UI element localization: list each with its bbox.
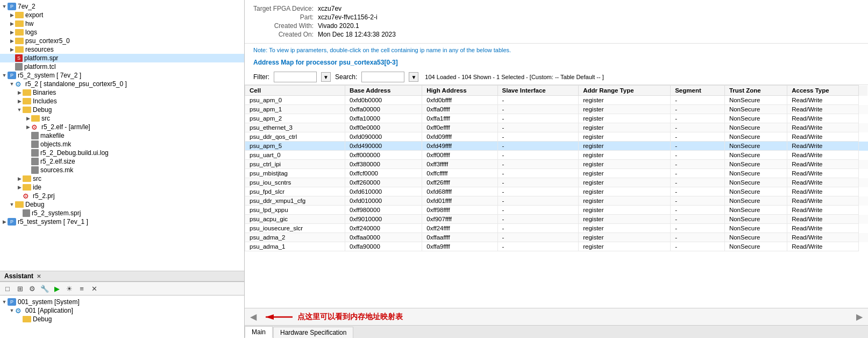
- tree-item-export[interactable]: ▶ export: [0, 11, 244, 19]
- tree-item-r5-2-prj[interactable]: ⚙ r5_2.prj: [0, 192, 244, 200]
- tree-arrow[interactable]: ▼: [9, 81, 15, 87]
- tree-item-includes[interactable]: ▶ Includes: [0, 97, 244, 105]
- table-row[interactable]: psu_mbistjtag0xffcf00000xffcfffff-regist…: [245, 169, 868, 178]
- tree-item-platform-tcl[interactable]: platform.tcl: [0, 62, 244, 71]
- tree-item-platform-spr[interactable]: S platform.spr: [0, 54, 244, 62]
- tab-hardware-spec[interactable]: Hardware Specification: [273, 327, 353, 338]
- table-row[interactable]: psu_apm_10xffa000000xffa0ffff-register-N…: [245, 105, 868, 114]
- table-row[interactable]: psu_iousecure_slcr0xff2400000xff24ffff-r…: [245, 224, 868, 233]
- tree-item-sources-mk[interactable]: sources.mk: [0, 166, 244, 174]
- tree-item-r5-test[interactable]: ▶ P r5_test_system [ 7ev_1 ]: [0, 217, 244, 226]
- tree-item-label: src: [33, 175, 41, 182]
- tree-item-debug-bottom[interactable]: Debug: [0, 315, 244, 323]
- tree-item-debug-log[interactable]: r5_2_Debug.build.ui.log: [0, 149, 244, 157]
- table-cell: -: [671, 215, 725, 224]
- table-cell: -: [671, 178, 725, 187]
- tree-arrow[interactable]: ▼: [1, 73, 8, 78]
- table-row[interactable]: psu_uart_00xff0000000xff00ffff-register-…: [245, 151, 868, 160]
- tree-item-logs[interactable]: ▶ logs: [0, 28, 244, 37]
- toolbar-btn-2[interactable]: ⊞: [15, 283, 25, 294]
- table-row[interactable]: psu_apm_20xffa100000xffa1ffff-register-N…: [245, 114, 868, 123]
- table-cell: -: [497, 224, 579, 233]
- tree-arrow[interactable]: ▶: [9, 30, 15, 35]
- tree-arrow[interactable]: ▶: [16, 185, 23, 190]
- tree-item-objects-mk[interactable]: objects.mk: [0, 140, 244, 149]
- tree-arrow[interactable]: ▶: [16, 176, 23, 181]
- table-row[interactable]: psu_ddr_qos_ctrl0xfd0900000xfd09ffff-reg…: [245, 132, 868, 142]
- tree-arrow[interactable]: ▼: [1, 299, 8, 305]
- search-input[interactable]: [361, 72, 404, 82]
- tree-arrow[interactable]: ▼: [16, 107, 23, 112]
- tree-item-001system[interactable]: ▼ P 001_system [System]: [0, 298, 244, 306]
- folder-icon: [23, 107, 31, 113]
- toolbar-btn-4[interactable]: 🔧: [39, 283, 50, 294]
- table-row[interactable]: psu_ddr_xmpu1_cfg0xfd0100000xfd01ffff-re…: [245, 196, 868, 206]
- tree-item-binaries[interactable]: ▶ Binaries: [0, 88, 244, 97]
- tree-item-debug-level1[interactable]: ▼ Debug: [0, 200, 244, 209]
- tab-main[interactable]: Main: [245, 326, 273, 338]
- toolbar-btn-8[interactable]: ✕: [89, 283, 99, 294]
- tree-item-7ev2[interactable]: ▼ P 7ev_2: [0, 2, 244, 11]
- table-row[interactable]: psu_adma_10xffa900000xffa9ffff-register-…: [245, 242, 868, 251]
- tree-arrow[interactable]: ▶: [9, 21, 15, 26]
- tree-arrow[interactable]: ▶: [9, 47, 15, 52]
- table-cell: 0xfd09ffff: [422, 132, 497, 142]
- tree-item-src-r5[interactable]: ▶ src: [0, 174, 244, 183]
- tree-item-sprj[interactable]: r5_2_system.sprj: [0, 209, 244, 217]
- table-row[interactable]: psu_acpu_gic0xf90100000xf907ffff-registe…: [245, 215, 868, 224]
- tree-arrow[interactable]: ▶: [16, 90, 23, 95]
- toolbar-btn-7[interactable]: ≡: [76, 283, 87, 294]
- filter-input[interactable]: [274, 72, 317, 82]
- table-row[interactable]: psu_ethernet_30xff0e00000xff0effff-regis…: [245, 123, 868, 132]
- search-button[interactable]: ▼: [409, 72, 418, 82]
- tree-item-elf-size[interactable]: r5_2.elf.size: [0, 157, 244, 166]
- table-row[interactable]: psu_lpd_xppu0xff9800000xff98ffff-registe…: [245, 206, 868, 215]
- tree-arrow[interactable]: ▼: [1, 4, 8, 9]
- tree-item-hw[interactable]: ▶ hw: [0, 19, 244, 28]
- tree-item-psu-cortexr5[interactable]: ▶ psu_cortexr5_0: [0, 37, 244, 45]
- tree-item-debug-main[interactable]: ▼ Debug: [0, 105, 244, 114]
- nav-right-button[interactable]: ▶: [855, 313, 864, 321]
- tree-item-r5-2[interactable]: ▼ ⚙ r5_2 [ standalone_psu_cortexr5_0 ]: [0, 80, 244, 88]
- table-row[interactable]: psu_fpd_slcr0xfd6100000xfd68ffff-registe…: [245, 187, 868, 196]
- tree-arrow[interactable]: ▶: [25, 124, 31, 130]
- tree-item-resources[interactable]: ▶ resources: [0, 45, 244, 54]
- tree-item-r5-2-system[interactable]: ▼ P r5_2_system [ 7ev_2 ]: [0, 71, 244, 80]
- file-icon: [31, 149, 39, 157]
- tree-arrow[interactable]: ▶: [16, 98, 23, 104]
- design-info-row-created-with: Created With: Vivado 2020.1: [253, 22, 400, 30]
- toolbar-btn-1[interactable]: □: [2, 283, 13, 294]
- tree-arrow[interactable]: ▼: [9, 202, 15, 207]
- table-cell: -: [671, 169, 725, 178]
- nav-left-button[interactable]: ◀: [249, 313, 258, 321]
- tree-area: ▼ P 7ev_2 ▶ export ▶ hw: [0, 0, 244, 228]
- table-cell: 0xffa9ffff: [422, 242, 497, 251]
- tree-arrow[interactable]: ▼: [9, 308, 15, 313]
- table-row[interactable]: psu_adma_20xffaa00000xffaaffff-register-…: [245, 233, 868, 242]
- filter-button[interactable]: ▼: [321, 72, 331, 82]
- table-cell: 0xffa10000: [345, 114, 422, 123]
- tree-item-src-debug[interactable]: ▶ src: [0, 114, 244, 123]
- tree-arrow[interactable]: ▶: [25, 116, 31, 121]
- tree-item-001app[interactable]: ▼ ⚙ 001 [Application]: [0, 306, 244, 315]
- table-row[interactable]: psu_apm_00xfd0b00000xfd0bffff-register-N…: [245, 96, 868, 105]
- tree-arrow[interactable]: ▶: [1, 219, 8, 224]
- tree-item-ide[interactable]: ▶ ide: [0, 183, 244, 192]
- tree-item-r5-2-elf[interactable]: ▶ ⚙ r5_2.elf - [arm/le]: [0, 123, 244, 131]
- toolbar-btn-6[interactable]: ☀: [64, 283, 75, 294]
- toolbar-btn-5[interactable]: ▶: [52, 283, 62, 294]
- table-cell: -: [671, 132, 725, 142]
- table-cell: psu_apm_5: [245, 142, 345, 151]
- tree-item-label: hw: [25, 20, 33, 27]
- note-text: Note: To view ip parameters, double-clic…: [245, 44, 868, 57]
- folder-icon: [15, 20, 24, 27]
- toolbar-btn-3[interactable]: ⚙: [27, 283, 38, 294]
- table-row[interactable]: psu_ctrl_ipi0xff3800000xff3fffff-registe…: [245, 160, 868, 169]
- table-cell: -: [497, 233, 579, 242]
- table-row[interactable]: psu_iou_scntrs0xff2600000xff26ffff-regis…: [245, 178, 868, 187]
- tree-arrow[interactable]: ▶: [9, 12, 15, 18]
- table-row[interactable]: psu_apm_50xfd4900000xfd49ffff-register-N…: [245, 142, 868, 151]
- assistant-title: Assistant: [4, 272, 33, 280]
- tree-item-makefile[interactable]: makefile: [0, 131, 244, 140]
- tree-arrow[interactable]: ▶: [9, 38, 15, 44]
